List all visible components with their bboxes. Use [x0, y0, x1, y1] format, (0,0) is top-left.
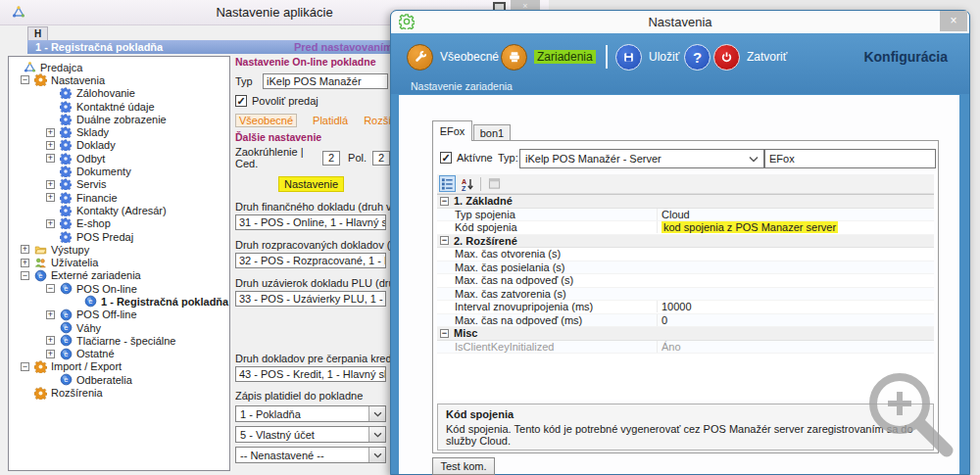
tree-item[interactable]: +eOstatné	[9, 348, 229, 360]
tree-item[interactable]: Predajca	[9, 61, 229, 73]
rounding-pol-input[interactable]: 2	[372, 151, 390, 166]
payment-dropdown[interactable]: -- Nenastavené --	[235, 447, 386, 463]
tree-item[interactable]: Rozšírenia	[9, 386, 229, 399]
device-type-select[interactable]: iKelp POS Manažér - Server	[519, 149, 764, 168]
tree-item[interactable]: +Užívatelia	[9, 256, 229, 268]
tree-item-label: Dokumenty	[76, 166, 131, 177]
collapse-toggle[interactable]: −	[440, 197, 449, 206]
chevron-down-icon[interactable]	[368, 427, 385, 442]
chevron-down-icon	[749, 153, 759, 165]
property-value[interactable]: 0	[657, 314, 934, 326]
field-input[interactable]: 31 - POS - Online, 1 - Hlavný sklad	[235, 214, 386, 230]
tree-item[interactable]: +Výstupy	[9, 243, 229, 256]
expand-toggle[interactable]: +	[46, 141, 55, 150]
categorized-view-icon[interactable]	[439, 175, 456, 192]
tree-item[interactable]: Zálohovanie	[9, 87, 229, 100]
tree-item-label: POS Predaj	[76, 231, 133, 243]
expand-toggle[interactable]: +	[46, 193, 55, 202]
expand-toggle[interactable]: −	[46, 284, 55, 293]
tree-item[interactable]: +Doklady	[9, 139, 229, 152]
expand-toggle[interactable]: +	[46, 154, 55, 163]
tree-item[interactable]: +Odbyt	[9, 152, 229, 165]
tab-platidla[interactable]: Platidlá	[313, 115, 348, 126]
tab-h[interactable]: H	[27, 26, 48, 40]
expand-toggle[interactable]: +	[46, 219, 55, 228]
tab-rozsirene[interactable]: Rozšírené	[364, 115, 390, 126]
devices-label: Zariadenia	[534, 50, 596, 64]
expand-toggle[interactable]: +	[46, 128, 55, 137]
field-input[interactable]: 43 - POS - Kredit, 1 - Hlavný sklad	[235, 366, 386, 382]
typ-input[interactable]: iKelp POS Manažér	[263, 73, 388, 89]
general-button[interactable]: Všeobecné	[407, 43, 499, 71]
alphabetical-sort-icon[interactable]: AZ	[459, 175, 475, 192]
tree-item[interactable]: +Servis	[9, 178, 229, 191]
tree-item[interactable]: −Import / Export	[9, 360, 229, 373]
tree-item[interactable]: −Nastavenia	[9, 73, 229, 86]
save-button[interactable]: Uložiť	[615, 43, 679, 71]
field-input[interactable]: 33 - POS - Uzávierky PLU, 1 - Hlavn	[235, 291, 386, 307]
tree-item[interactable]: +Financie	[9, 191, 229, 204]
property-row[interactable]: Max. čas posielania (s)	[437, 261, 934, 275]
property-value[interactable]: Áno	[657, 341, 934, 353]
expand-toggle[interactable]: −	[21, 75, 29, 84]
expand-toggle[interactable]: −	[21, 271, 29, 280]
ecircle-icon: e	[59, 334, 73, 347]
tab-efox[interactable]: EFox	[432, 120, 472, 141]
field-label: Druh finančného dokladu (druh v ktor	[235, 201, 390, 213]
property-row[interactable]: Typ spojeniaCloud	[437, 209, 934, 222]
tree-item[interactable]: Dokumenty	[9, 165, 229, 177]
payment-dropdown[interactable]: 1 - Pokladňa	[235, 405, 386, 422]
tree-item[interactable]: +E-shop	[9, 217, 229, 230]
property-category-row[interactable]: −2. Rozšírené	[437, 235, 934, 249]
property-value[interactable]: Cloud	[657, 209, 934, 220]
tree-item[interactable]: −ePOS On-line	[9, 282, 229, 295]
collapse-toggle[interactable]: −	[440, 329, 449, 338]
expand-toggle[interactable]: −	[21, 362, 29, 371]
collapse-toggle[interactable]: −	[440, 236, 449, 245]
property-row[interactable]: Max. čas otvorenia (s)	[437, 248, 934, 261]
rounding-ced-input[interactable]: 2	[322, 151, 340, 166]
property-row[interactable]: Max. čas na odpoveď (ms)0	[437, 314, 934, 328]
property-category-row[interactable]: −Misc	[437, 327, 934, 341]
expand-toggle[interactable]: +	[21, 245, 29, 254]
payment-dropdown[interactable]: 5 - Vlastný účet	[235, 426, 386, 443]
tree-item[interactable]: Duálne zobrazenie	[9, 113, 229, 125]
tab-vseobecne[interactable]: Všeobecné	[235, 114, 297, 127]
expand-toggle[interactable]: +	[21, 259, 29, 267]
property-row[interactable]: Interval znovupripojenia (ms)10000	[437, 301, 934, 314]
device-name-input[interactable]: EFox	[764, 149, 936, 168]
test-communication-button[interactable]: Test kom.	[432, 457, 495, 475]
tree-item[interactable]: −eExterné zariadenia	[9, 269, 229, 282]
field-input[interactable]: 32 - POS - Rozpracované, 1 - Hlavn	[235, 253, 386, 268]
tree-item[interactable]: +Sklady	[9, 125, 229, 138]
property-row[interactable]: Max. čas na odpoveď (s)	[437, 274, 934, 288]
tree-item[interactable]: +ePOS Off-line	[9, 309, 229, 321]
expand-toggle[interactable]: +	[46, 336, 55, 345]
property-category-row[interactable]: −1. Základné	[437, 195, 934, 209]
active-checkbox[interactable]: ✓	[440, 152, 452, 164]
chevron-down-icon[interactable]	[368, 406, 385, 421]
expand-toggle[interactable]: +	[46, 350, 55, 358]
chevron-down-icon[interactable]	[368, 448, 385, 462]
expand-toggle[interactable]: +	[46, 310, 55, 319]
tree-item[interactable]: eOdberatelia	[9, 373, 229, 386]
allow-sale-checkbox[interactable]: ✓	[235, 95, 247, 107]
tree-item-label: Užívatelia	[51, 257, 98, 268]
dialog-close-button[interactable]: ×	[940, 11, 967, 31]
tree-item[interactable]: Kontakty (Adresár)	[9, 204, 229, 216]
property-value[interactable]: kod spojenia z POS Manazer server	[657, 221, 934, 233]
tree-item[interactable]: eVáhy	[9, 321, 229, 334]
close-button[interactable]: Zatvoriť	[713, 43, 787, 71]
tree-item[interactable]: +eTlačiarne - špeciálne	[9, 334, 229, 347]
property-row[interactable]: Kód spojeniakod spojenia z POS Manazer s…	[437, 221, 934, 235]
property-value[interactable]: 10000	[657, 301, 934, 312]
property-row[interactable]: IsClientKeyInitializedÁno	[437, 341, 934, 355]
property-row[interactable]: Max. čas zatvorenia (s)	[437, 288, 934, 302]
tree-item[interactable]: POS Predaj	[9, 230, 229, 243]
settings-button[interactable]: Nastavenie	[278, 176, 344, 192]
expand-toggle[interactable]: +	[46, 180, 55, 189]
tree-item[interactable]: e1 - Registračná pokladňa	[9, 295, 229, 308]
help-button[interactable]: ?	[684, 43, 710, 71]
tab-bon1[interactable]: bon1	[473, 124, 511, 141]
tree-item[interactable]: Kontaktné údaje	[9, 100, 229, 113]
